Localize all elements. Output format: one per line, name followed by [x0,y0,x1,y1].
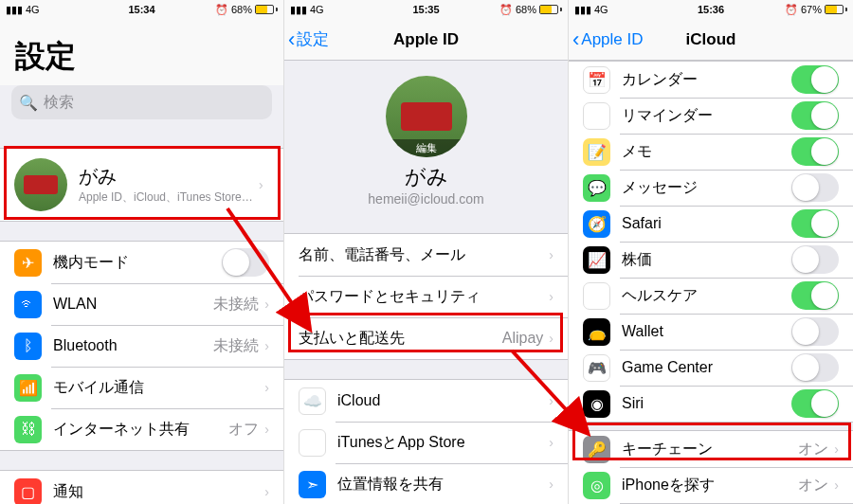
chevron-right-icon: › [264,484,269,499]
notifications-icon: ▢ [14,478,42,505]
nav-bar: ‹Apple ID iCloud [569,19,853,61]
arrow-1 [218,199,322,341]
row-name-phone-email[interactable]: 名前、電話番号、メール › [284,234,568,276]
search-icon: 🔍 [19,94,38,112]
row-safari[interactable]: 🧭 Safari [569,206,853,242]
row-siri[interactable]: ◉ Siri [569,386,853,422]
status-bar: ▮▮▮4G 15:35 ⏰68% [284,0,568,19]
reminders-toggle[interactable] [791,101,839,130]
alarm-icon: ⏰ [215,4,228,16]
carrier: 4G [26,4,40,15]
signal-icon: ▮▮▮ [6,4,23,16]
chevron-right-icon: › [264,422,269,437]
findmy-icon: ◎ [583,472,610,499]
notes-toggle[interactable] [791,137,839,166]
status-bar: ▮▮▮4G 15:36 ⏰67% [569,0,853,19]
hotspot-icon: ⛓ [14,416,42,443]
row-stocks[interactable]: 📈 株価 [569,242,853,278]
search-placeholder: 検索 [44,93,74,113]
row-calendar[interactable]: 📅 カレンダー [569,62,853,98]
stocks-toggle[interactable] [791,245,839,274]
signal-icon: ▮▮▮ [290,4,307,16]
apple-id-header: 編集 がみ hemeii@icloud.com [284,61,568,214]
cellular-icon: 📶 [14,374,42,402]
row-cellular[interactable]: 📶 モバイル通信 › [0,367,283,408]
carrier: 4G [594,4,608,15]
row-share-location[interactable]: ➣ 位置情報を共有 › [284,463,568,504]
alarm-icon: ⏰ [499,4,513,16]
chevron-left-icon: ‹ [572,27,579,52]
wifi-icon: ᯤ [14,291,42,318]
siri-toggle[interactable] [791,389,839,418]
clock: 15:35 [412,4,439,15]
account-email: hemeii@icloud.com [284,191,568,207]
page-title: 設定 [0,19,283,85]
appstore-icon: Ⓐ [299,429,326,457]
health-icon: ❤ [583,282,610,310]
location-icon: ➣ [299,471,326,498]
row-notifications[interactable]: ▢ 通知 › [0,471,283,504]
gamecenter-toggle[interactable] [791,353,839,382]
icloud-icon: ☁️ [299,387,326,415]
row-find-my-iphone[interactable]: ◎ iPhoneを探す オン › [569,467,853,503]
chevron-left-icon: ‹ [288,27,295,52]
row-notes[interactable]: 📝 メモ [569,134,853,170]
status-bar: ▮▮▮4G 15:34 ⏰68% [0,0,283,19]
health-toggle[interactable] [791,281,839,310]
arrow-2 [502,341,597,445]
chevron-right-icon: › [834,477,839,493]
back-button[interactable]: ‹設定 [284,27,329,52]
account-name: がみ [284,163,568,191]
calendar-toggle[interactable] [791,65,839,94]
signal-icon: ▮▮▮ [574,4,591,16]
clock: 15:34 [128,4,154,15]
stocks-icon: 📈 [583,246,610,274]
safari-icon: 🧭 [583,210,610,238]
airplane-icon: ✈ [14,249,42,277]
highlight-find-my-iphone [572,423,851,460]
row-password-security[interactable]: パスワードとセキュリティ › [284,276,568,317]
calendar-icon: 📅 [583,66,610,94]
chevron-right-icon: › [549,247,554,262]
row-wallet[interactable]: 👝 Wallet [569,314,853,350]
edit-avatar-label[interactable]: 編集 [386,139,467,157]
chevron-right-icon: › [549,477,554,492]
row-hotspot[interactable]: ⛓ インターネット共有 オフ › [0,408,283,450]
battery-pct: 67% [801,4,822,15]
safari-toggle[interactable] [791,209,839,238]
bluetooth-icon: ᛒ [14,333,42,360]
reminders-icon: ☑ [583,102,610,130]
clock: 15:36 [698,4,724,15]
battery-icon [825,5,847,14]
battery-pct: 68% [516,4,536,15]
back-button[interactable]: ‹Apple ID [569,27,644,52]
nav-bar: ‹設定 Apple ID [284,19,568,61]
alarm-icon: ⏰ [785,4,798,16]
row-game-center[interactable]: 🎮 Game Center [569,350,853,386]
chevron-right-icon: › [264,380,269,395]
row-messages[interactable]: 💬 メッセージ [569,170,853,206]
messages-toggle[interactable] [791,173,839,202]
row-reminders[interactable]: ☑ リマインダー [569,98,853,134]
row-health[interactable]: ❤ ヘルスケア [569,278,853,314]
battery-icon [255,5,278,14]
wallet-toggle[interactable] [791,317,839,346]
battery-pct: 68% [231,4,252,15]
avatar[interactable]: 編集 [386,76,467,157]
notes-icon: 📝 [583,138,610,166]
messages-icon: 💬 [583,174,610,202]
battery-icon [539,5,562,14]
chevron-right-icon: › [549,289,554,304]
carrier: 4G [310,4,324,15]
search-input[interactable]: 🔍 検索 [11,85,272,119]
